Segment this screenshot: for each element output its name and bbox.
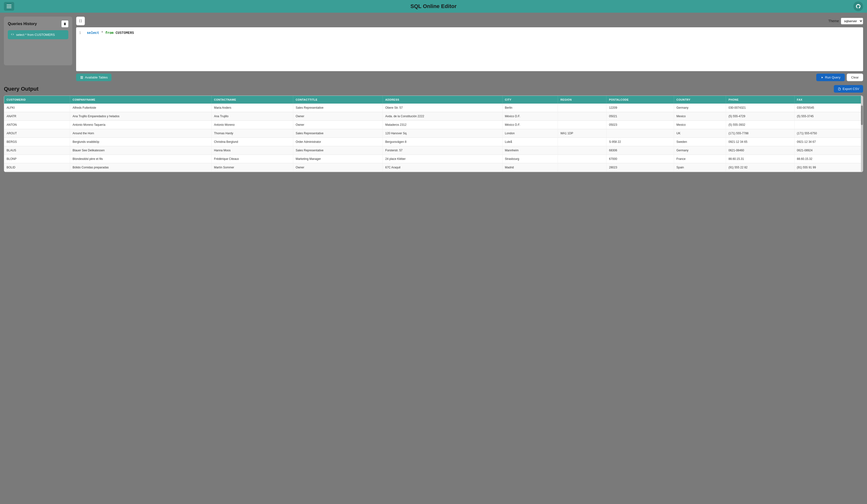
scroll-thumb	[861, 106, 863, 125]
cell-contactname: Hanna Moos	[212, 146, 293, 155]
cell-postalcode: 68306	[607, 146, 674, 155]
delete-history-button[interactable]	[62, 21, 68, 27]
cell-phone: 0621-08460	[726, 146, 794, 155]
cell-city: Luleå	[502, 138, 558, 146]
action-buttons: Run Query Clear	[816, 74, 863, 81]
cell-phone: 88.60.15.31	[726, 155, 794, 163]
scroll-indicator[interactable]	[861, 96, 863, 172]
cell-country: Mexico	[674, 121, 726, 129]
cell-contacttitle: Sales Representative	[293, 146, 383, 155]
output-section: Query Output Export CSV CUSTOMERID COMPA…	[0, 85, 867, 176]
cell-contacttitle: Order Administrator	[293, 138, 383, 146]
cell-contactname: Maria Anders	[212, 103, 293, 112]
cell-customerid: AROUT	[4, 129, 70, 138]
cell-fax: (5) 555-3745	[794, 112, 863, 121]
results-table: CUSTOMERID COMPANYNAME CONTACTNAME CONTA…	[4, 96, 863, 172]
table-header-row: CUSTOMERID COMPANYNAME CONTACTNAME CONTA…	[4, 96, 863, 103]
clear-button[interactable]: Clear	[847, 74, 863, 81]
keyword-select: select	[87, 31, 99, 35]
app-title: SQL Online Editor	[410, 3, 457, 10]
cell-companyname: Blauer See Delikatessen	[70, 146, 212, 155]
cell-city: Berlin	[502, 103, 558, 112]
table-header: CUSTOMERID COMPANYNAME CONTACTNAME CONTA…	[4, 96, 863, 103]
cell-companyname: Antonio Moreno Taquería	[70, 121, 212, 129]
header: SQL Online Editor	[0, 0, 867, 13]
cell-region	[558, 138, 607, 146]
export-csv-label: Export CSV	[843, 87, 859, 91]
cell-customerid: BLONP	[4, 155, 70, 163]
cell-fax	[794, 121, 863, 129]
cell-phone: (91) 555 22 82	[726, 163, 794, 172]
table-row: BLAUSBlauer See DelikatessenHanna MoosSa…	[4, 146, 863, 155]
cell-address: Avda. de la Constitución 2222	[383, 112, 502, 121]
cell-contactname: Antonio Moreno	[212, 121, 293, 129]
keyword-star: *	[101, 31, 105, 35]
hamburger-line-2	[7, 6, 11, 7]
cell-phone: 030-0074321	[726, 103, 794, 112]
cell-customerid: BERGS	[4, 138, 70, 146]
code-content[interactable]: select * from CUSTOMERS	[87, 30, 860, 68]
cell-companyname: Berglunds snabbköp	[70, 138, 212, 146]
cell-region	[558, 146, 607, 155]
cell-region	[558, 121, 607, 129]
cell-contactname: Thomas Hardy	[212, 129, 293, 138]
history-item-label: select * from CUSTOMERS	[16, 33, 55, 36]
cell-address: Berguvsvägen 8	[383, 138, 502, 146]
keyword-from: from	[105, 31, 114, 35]
line-numbers: 1	[79, 30, 84, 68]
cell-contacttitle: Sales Representative	[293, 129, 383, 138]
col-contacttitle: CONTACTTITLE	[293, 96, 383, 103]
cell-phone: 0921-12 34 65	[726, 138, 794, 146]
cell-country: France	[674, 155, 726, 163]
cell-companyname: Blondesddsl père et fils	[70, 155, 212, 163]
cell-address: 24 place Kléber	[383, 155, 502, 163]
export-csv-button[interactable]: Export CSV	[834, 85, 863, 92]
cell-country: Spain	[674, 163, 726, 172]
export-icon	[838, 87, 841, 91]
cell-region	[558, 103, 607, 112]
hamburger-button[interactable]	[4, 2, 14, 11]
output-title: Query Output	[4, 86, 39, 92]
expand-button[interactable]	[76, 17, 85, 25]
col-fax: FAX	[794, 96, 863, 103]
main-area: Queries History select * from CUSTOMERS	[0, 13, 867, 85]
github-icon	[856, 4, 861, 9]
col-address: ADDRESS	[383, 96, 502, 103]
col-city: CITY	[502, 96, 558, 103]
cell-region	[558, 112, 607, 121]
cell-customerid: ANATR	[4, 112, 70, 121]
cell-phone: (5) 555-4729	[726, 112, 794, 121]
cell-postalcode	[607, 129, 674, 138]
history-item[interactable]: select * from CUSTOMERS	[8, 30, 68, 39]
cell-fax: 030-0076545	[794, 103, 863, 112]
cell-fax: (171) 555-6750	[794, 129, 863, 138]
clear-label: Clear	[851, 76, 859, 79]
cell-city: London	[502, 129, 558, 138]
table-row: BERGSBerglunds snabbköpChristina Berglun…	[4, 138, 863, 146]
cell-contacttitle: Owner	[293, 163, 383, 172]
cell-city: México D.F.	[502, 112, 558, 121]
run-query-button[interactable]: Run Query	[816, 74, 845, 81]
cell-postalcode: 05021	[607, 112, 674, 121]
cell-postalcode: 05023	[607, 121, 674, 129]
run-query-label: Run Query	[825, 76, 841, 79]
cell-companyname: Alfreds Futterkiste	[70, 103, 212, 112]
cell-contactname: Christina Berglund	[212, 138, 293, 146]
cell-country: Germany	[674, 146, 726, 155]
code-editor[interactable]: 1 select * from CUSTOMERS	[76, 27, 863, 71]
cell-customerid: BLAUS	[4, 146, 70, 155]
available-tables-button[interactable]: Available Tables	[76, 74, 111, 81]
cell-customerid: ALFKI	[4, 103, 70, 112]
theme-label: Theme	[828, 19, 839, 23]
cell-address: 120 Hanover Sq.	[383, 129, 502, 138]
theme-select[interactable]: sqlserver default dracula monokai	[841, 18, 863, 24]
cell-address: Obere Str. 57	[383, 103, 502, 112]
cell-fax: 88.60.15.32	[794, 155, 863, 163]
trash-icon	[63, 22, 67, 25]
cell-address: Mataderos 2312	[383, 121, 502, 129]
cell-city: Madrid	[502, 163, 558, 172]
github-button[interactable]	[853, 1, 863, 11]
table-row: BLONPBlondesddsl père et filsFrédérique …	[4, 155, 863, 163]
play-icon	[821, 76, 824, 79]
table-row: ANATRAna Trujillo Emparedados y heladosA…	[4, 112, 863, 121]
